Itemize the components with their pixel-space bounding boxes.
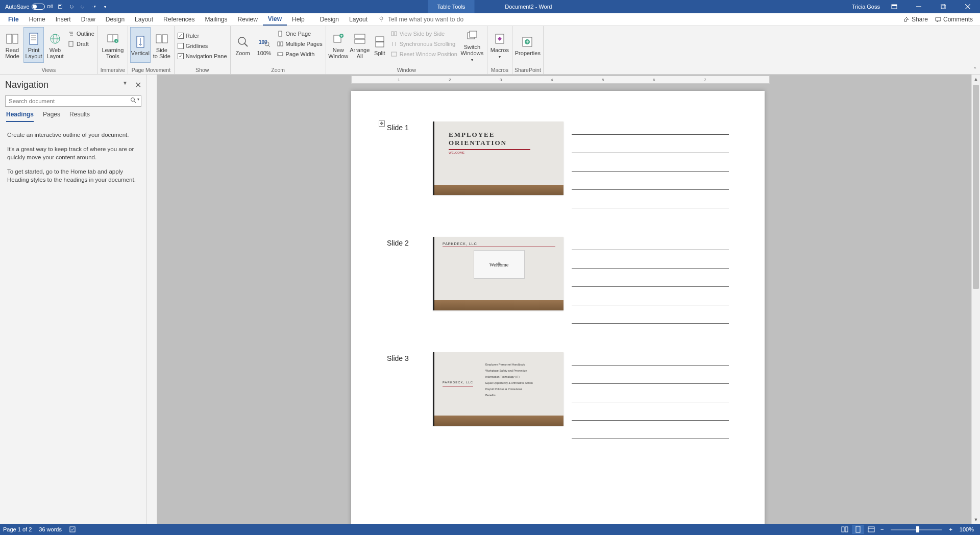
zoom-in-button[interactable]: + (947, 526, 954, 532)
autosave-toggle[interactable]: AutoSave Off (5, 4, 53, 10)
arrange-all-button[interactable]: Arrange All (350, 27, 370, 63)
page-count[interactable]: Page 1 of 2 (3, 526, 32, 532)
svg-rect-49 (470, 31, 477, 37)
slide-3-notes[interactable] (572, 352, 729, 444)
properties-button[interactable]: Properties (514, 27, 541, 63)
macros-button[interactable]: Macros▾ (489, 27, 510, 63)
nav-tab-results[interactable]: Results (69, 111, 90, 122)
nav-search-input[interactable] (5, 95, 141, 107)
vertical-icon (133, 35, 148, 49)
zoom-out-button[interactable]: − (878, 526, 886, 532)
multiple-pages-icon (277, 40, 284, 47)
collapse-ribbon-icon[interactable]: ⌃ (973, 66, 977, 72)
save-icon[interactable] (56, 3, 64, 11)
close-icon[interactable] (958, 0, 978, 13)
vertical-button[interactable]: Vertical (130, 27, 151, 63)
zoom-100-button[interactable]: 100 100% (254, 27, 275, 63)
draft-button[interactable]: Draft (66, 39, 95, 48)
svg-rect-58 (856, 526, 860, 532)
share-button[interactable]: Share (903, 16, 928, 23)
slide-1-thumbnail: EMPLOYEE ORIENTATION WELCOME (433, 121, 564, 195)
vertical-scrollbar[interactable]: ▲ ▼ (971, 75, 980, 524)
web-layout-icon (48, 32, 62, 46)
outline-icon (67, 30, 75, 37)
slide-1-notes[interactable] (572, 121, 729, 213)
search-icon[interactable] (130, 97, 136, 103)
nav-tab-headings[interactable]: Headings (6, 111, 34, 122)
zoom-button[interactable]: Zoom (233, 27, 253, 63)
horizontal-ruler[interactable]: 123 456 7 (351, 76, 770, 84)
new-window-button[interactable]: New Window (328, 27, 349, 63)
tab-insert[interactable]: Insert (51, 13, 76, 26)
scroll-down-icon[interactable]: ▼ (972, 515, 980, 524)
nav-close-icon[interactable]: ✕ (135, 80, 141, 90)
web-layout-view-icon[interactable] (865, 525, 877, 534)
zoom-group-label: Zoom (233, 66, 324, 74)
immersive-group-label: Immersive (100, 66, 126, 74)
zoom-percent[interactable]: 100% (960, 526, 974, 532)
tab-table-design[interactable]: Design (315, 13, 344, 26)
tab-design[interactable]: Design (101, 13, 130, 26)
slide-2-notes[interactable] (572, 237, 729, 329)
zoom-slider[interactable] (891, 529, 942, 530)
gridlines-checkbox[interactable]: Gridlines (177, 41, 228, 51)
qat-customize-icon[interactable]: ▾ (101, 3, 109, 11)
tab-review[interactable]: Review (233, 13, 263, 26)
view-side-by-side-button[interactable]: View Side by Side (389, 29, 458, 38)
navigation-pane: Navigation ▼ ✕ ▾ Headings Pages Results … (0, 75, 147, 524)
maximize-icon[interactable] (933, 0, 953, 13)
navigation-pane-checkbox[interactable]: ✓Navigation Pane (177, 52, 228, 61)
ruler-checkbox[interactable]: ✓Ruler (177, 31, 228, 40)
read-mode-button[interactable]: Read Mode (2, 27, 22, 63)
page-width-button[interactable]: Page Width (276, 50, 324, 59)
tab-draw[interactable]: Draw (76, 13, 101, 26)
tab-references[interactable]: References (158, 13, 200, 26)
svg-rect-42 (355, 39, 365, 43)
document-page[interactable]: ✥ Slide 1 EMPLOYEE ORIENTATION WELCOME (351, 91, 765, 524)
multiple-pages-button[interactable]: Multiple Pages (276, 39, 324, 48)
tab-file[interactable]: File (3, 13, 24, 26)
comments-icon (935, 16, 941, 22)
web-layout-button[interactable]: Web Layout (45, 27, 65, 63)
tellme-icon (378, 16, 385, 23)
redo-icon[interactable] (79, 3, 87, 11)
learning-tools-button[interactable]: Learning Tools (100, 27, 126, 63)
tab-layout[interactable]: Layout (130, 13, 158, 26)
tab-table-layout[interactable]: Layout (344, 13, 373, 26)
tab-help[interactable]: Help (287, 13, 310, 26)
undo-icon[interactable] (67, 3, 76, 11)
autosave-switch[interactable] (32, 4, 45, 10)
svg-rect-46 (395, 32, 397, 36)
split-button[interactable]: Split (371, 27, 388, 63)
one-page-button[interactable]: One Page (276, 29, 324, 38)
scroll-thumb[interactable] (973, 85, 979, 289)
touch-mode-icon[interactable]: ▾ (90, 3, 98, 11)
print-layout-button[interactable]: Print Layout (23, 27, 44, 63)
svg-rect-28 (156, 35, 161, 43)
tab-view[interactable]: View (263, 13, 287, 26)
scroll-up-icon[interactable]: ▲ (972, 75, 980, 83)
read-mode-view-icon[interactable] (839, 525, 851, 534)
spellcheck-icon[interactable] (69, 526, 76, 533)
ribbon-display-icon[interactable] (884, 0, 904, 13)
user-name[interactable]: Tricia Goss (852, 4, 880, 10)
comments-button[interactable]: Comments (935, 16, 973, 23)
tab-mailings[interactable]: Mailings (200, 13, 232, 26)
switch-windows-button[interactable]: Switch Windows ▾ (459, 27, 485, 63)
outline-button[interactable]: Outline (66, 29, 95, 38)
autosave-state: Off (47, 4, 53, 9)
minimize-icon[interactable] (909, 0, 929, 13)
table-move-handle-icon[interactable]: ✥ (379, 120, 385, 127)
switch-windows-icon (465, 29, 479, 43)
window-group-label: Window (328, 66, 485, 74)
nav-tab-pages[interactable]: Pages (43, 111, 60, 122)
print-layout-view-icon[interactable] (852, 525, 864, 534)
nav-options-icon[interactable]: ▼ (122, 80, 128, 90)
side-to-side-button[interactable]: Side to Side (152, 27, 172, 63)
tellme-input[interactable] (388, 16, 480, 23)
search-dropdown-icon[interactable]: ▾ (137, 97, 139, 103)
word-count[interactable]: 36 words (39, 526, 62, 532)
tab-home[interactable]: Home (24, 13, 51, 26)
slide-3-label: Slide 3 (387, 352, 433, 444)
vertical-ruler[interactable] (147, 75, 157, 524)
